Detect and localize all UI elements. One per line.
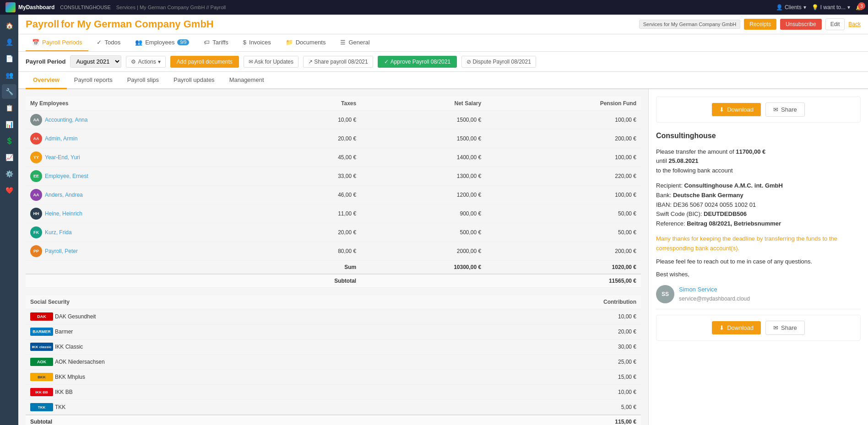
sub-tab-payroll-slips[interactable]: Payroll slips (120, 72, 166, 89)
sidebar-settings-icon[interactable]: ⚙️ (2, 167, 16, 181)
letter-bank-label: to the following bank account (656, 166, 861, 176)
page-title-main: Payroll (26, 18, 59, 30)
table-row: IKK BB IKK BB 10,00 € (26, 385, 641, 400)
receipts-btn[interactable]: Receipts (744, 19, 776, 30)
tab-employees[interactable]: 👥 Employees 9/9 (129, 34, 195, 51)
table-row: PP Payroll, Peter 80,00 € 2000,00 € 200,… (26, 242, 641, 261)
download-icon-top: ⬇ (719, 106, 724, 113)
sidebar-person-icon[interactable]: 👥 (2, 68, 16, 82)
tab-todos[interactable]: ✓ Todos (90, 34, 127, 51)
logo: MyDashboard (5, 2, 54, 12)
logo-icon (5, 2, 16, 12)
right-panel: ⬇ Download ✉ Share Consultinghouse Pleas… (648, 89, 868, 425)
unsubscribe-btn[interactable]: Unsubscribe (780, 19, 822, 30)
add-payroll-btn[interactable]: Add payroll documents (170, 56, 239, 68)
actions-chevron-icon: ▾ (158, 59, 161, 65)
table-row: TKK TKK 5,00 € (26, 400, 641, 415)
content-area: My Employees Taxes Net Salary Pension Fu… (18, 89, 868, 425)
sidebar-clipboard-icon[interactable]: 📋 (2, 101, 16, 115)
table-row: HH Heine, Heinrich 11,00 € 900,00 € 50,0… (26, 204, 641, 223)
invoices-icon: $ (243, 39, 246, 46)
letter-date: until 25.08.2021 (656, 156, 861, 166)
share-icon: ↗ (308, 59, 313, 65)
table-row: EE Employee, Ernest 33,00 € 1300,00 € 22… (26, 167, 641, 186)
employees-sum-row: Sum 10300,00 € 1020,00 € (26, 261, 641, 274)
tab-documents[interactable]: 📁 Documents (279, 34, 332, 51)
divider (656, 309, 861, 309)
sidebar-doc-icon[interactable]: 📄 (2, 51, 16, 66)
table-row: FK Kurz, Frida 20,00 € 500,00 € 50,00 € (26, 223, 641, 242)
tab-invoices[interactable]: $ Invoices (237, 34, 277, 51)
bulb-icon: 💡 (812, 4, 819, 11)
period-select[interactable]: August 2021 (70, 55, 121, 68)
sub-tab-payroll-updates[interactable]: Payroll updates (166, 72, 222, 89)
table-row: YY Year-End, Yuri 45,00 € 1400,00 € 100,… (26, 148, 641, 167)
letter-transfer: Please transfer the amount of 11700,00 € (656, 147, 861, 157)
download-btn-top[interactable]: ⬇ Download (712, 103, 761, 116)
service-dropdown[interactable]: Services for My German Company GmbH (639, 20, 741, 29)
share-payroll-btn[interactable]: ↗ Share payroll 08/2021 (303, 56, 373, 68)
page-header: Payroll for My German Company GmbH Servi… (18, 15, 868, 34)
table-row: BKK BKK Mhplus 15,00 € (26, 370, 641, 385)
recipient-info: Recipient: Consultinghouse A.M.C. int. G… (656, 181, 861, 229)
contribution-header: Contribution (435, 295, 641, 309)
sub-tab-payroll-reports[interactable]: Payroll reports (67, 72, 120, 89)
back-btn[interactable]: Back (848, 21, 861, 27)
sidebar-chart-icon[interactable]: 📊 (2, 117, 16, 132)
dispute-icon: ⊘ (467, 59, 471, 65)
social-security-table: Social Security Contribution DAK DAK Ges… (26, 295, 641, 425)
table-row: DAK DAK Gesundheit 10,00 € (26, 309, 641, 324)
iwantto-chevron-icon: ▾ (847, 4, 850, 11)
general-icon: ☰ (340, 39, 346, 46)
breadcrumb: Services | My German Company GmbH // Pay… (116, 5, 226, 10)
reference-line: Reference: Beitrag 08/2021, Betriebsnumm… (656, 219, 861, 229)
best-wishes-text: Best wishes, (656, 270, 861, 280)
tab-general[interactable]: ☰ General (334, 34, 376, 51)
sidebar-home-icon[interactable]: 🏠 (2, 18, 16, 33)
table-row: BARMER Barmer 20,00 € (26, 324, 641, 339)
download-bar-top: ⬇ Download ✉ Share (656, 97, 861, 123)
sidebar-bar-icon[interactable]: 📈 (2, 150, 16, 165)
clients-btn[interactable]: 👤 Clients ▾ (776, 4, 806, 11)
iban-value: DE36 5067 0024 0055 1002 01 (673, 201, 756, 208)
approve-btn[interactable]: ✓ Approve Payroll 08/2021 (378, 56, 457, 68)
sub-tab-overview[interactable]: Overview (26, 72, 67, 89)
main-tabs: 📅 Payroll Periods ✓ Todos 👥 Employees 9/… (18, 34, 868, 52)
signoff: SS Simon Service service@mydashboard.clo… (656, 285, 861, 303)
thank-you-text: Many thanks for keeping the deadline by … (656, 234, 861, 253)
edit-btn[interactable]: Edit (825, 18, 845, 30)
sub-tab-management[interactable]: Management (222, 72, 271, 89)
download-icon-bottom: ⬇ (719, 324, 724, 331)
actions-btn[interactable]: ⚙ Actions ▾ (126, 56, 165, 68)
sidebar-tool-icon[interactable]: 🔧 (2, 84, 16, 99)
bank-name: Deutsche Bank Germany (673, 192, 743, 199)
dispute-btn[interactable]: ⊘ Dispute Payroll 08/2021 (461, 56, 536, 68)
share-doc-btn-bottom[interactable]: ✉ Share (765, 321, 805, 335)
tab-payroll-periods[interactable]: 📅 Payroll Periods (26, 34, 88, 51)
recipient-line: Recipient: Consultinghouse A.M.C. int. G… (656, 181, 861, 191)
swift-line: Swift Code (BIC): DEUTDEDB506 (656, 210, 861, 219)
share-doc-btn-top[interactable]: ✉ Share (765, 102, 805, 117)
sidebar: 🏠 👤 📄 👥 🔧 📋 📊 💲 📈 ⚙️ ❤️ (0, 15, 18, 425)
employees-subtotal-row: Subtotal 11565,00 € (26, 274, 641, 288)
swift-value: DEUTDEDB506 (704, 210, 747, 217)
signer-name: Simon Service (679, 285, 750, 295)
header-actions: Services for My German Company GmbH Rece… (639, 18, 861, 30)
sidebar-user-icon[interactable]: 👤 (2, 35, 16, 49)
social-security-subtotal-row: Subtotal 115,00 € (26, 415, 641, 425)
sidebar-heart-icon[interactable]: ❤️ (2, 183, 16, 198)
download-btn-bottom[interactable]: ⬇ Download (712, 321, 761, 334)
table-row: IKK classic IKK Classic 30,00 € (26, 339, 641, 355)
clients-icon: 👤 (776, 4, 783, 11)
tab-tariffs[interactable]: 🏷 Tariffs (197, 34, 234, 51)
documents-icon: 📁 (286, 39, 293, 46)
reference-value: Beitrag 08/2021, Betriebsnummer (687, 220, 781, 227)
employees-table: My Employees Taxes Net Salary Pension Fu… (26, 97, 641, 288)
ask-updates-btn[interactable]: ✉ Ask for Updates (244, 56, 298, 68)
i-want-to-btn[interactable]: 💡 I want to... ▾ (812, 4, 850, 11)
employees-header: My Employees (26, 97, 255, 111)
sidebar-dollar-icon[interactable]: 💲 (2, 134, 16, 148)
notification-bell[interactable]: 🔔 3 (856, 4, 863, 11)
payroll-periods-icon: 📅 (32, 39, 39, 46)
check-icon: ✓ (384, 59, 389, 65)
